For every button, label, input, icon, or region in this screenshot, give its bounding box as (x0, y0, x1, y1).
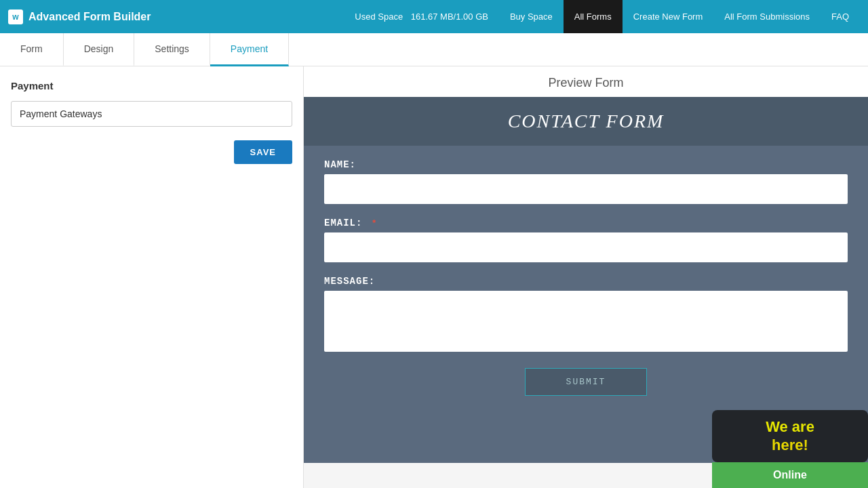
widget-online-bar[interactable]: Online (712, 462, 868, 488)
main-layout: Payment SAVE Preview Form CONTACT FORM N… (0, 66, 868, 488)
tab-form[interactable]: Form (0, 33, 64, 66)
right-panel: Preview Form CONTACT FORM NAME: (304, 66, 868, 488)
field-label-message: MESSAGE: (324, 276, 848, 287)
field-input-name[interactable] (324, 174, 848, 204)
preview-title: Preview Form (304, 66, 868, 97)
widget-bubble-text: We are here! (723, 418, 857, 454)
app-logo-icon: w (8, 9, 23, 24)
field-input-email[interactable] (324, 232, 848, 262)
form-preview: CONTACT FORM NAME: EMAIL: * (304, 97, 868, 463)
used-space-label: Used Space (355, 12, 403, 22)
all-forms-button[interactable]: All Forms (564, 0, 623, 33)
buy-space-button[interactable]: Buy Space (499, 0, 564, 33)
app-logo: w Advanced Form Builder (8, 9, 151, 24)
top-nav: w Advanced Form Builder Used Space 161.6… (0, 0, 868, 33)
form-header-title: CONTACT FORM (317, 110, 854, 132)
preview-wrapper: CONTACT FORM NAME: EMAIL: * (304, 97, 868, 488)
form-header: CONTACT FORM (304, 97, 868, 146)
tab-design[interactable]: Design (64, 33, 135, 66)
used-space-info: Used Space 161.67 MB/1.00 GB (355, 12, 488, 22)
create-new-form-button[interactable]: Create New Form (623, 0, 714, 33)
form-body: NAME: EMAIL: * (317, 146, 854, 396)
field-input-message[interactable] (324, 291, 848, 352)
tab-settings[interactable]: Settings (134, 33, 210, 66)
sub-nav: Form Design Settings Payment (0, 33, 868, 66)
save-button[interactable]: SAVE (234, 140, 292, 164)
form-submit-row: SUBMIT (324, 368, 848, 396)
widget-bubble: We are here! (712, 410, 868, 462)
faq-button[interactable]: FAQ (821, 0, 860, 33)
left-panel: Payment SAVE (0, 66, 304, 488)
used-space-value: 161.67 MB/1.00 GB (411, 12, 488, 22)
app-title: Advanced Form Builder (28, 11, 151, 23)
tab-payment[interactable]: Payment (210, 33, 289, 66)
field-label-name: NAME: (324, 159, 848, 170)
required-indicator-email: * (372, 218, 378, 228)
field-group-name: NAME: (324, 159, 848, 204)
we-are-here-widget: We are here! Online (712, 410, 868, 488)
field-group-message: MESSAGE: (324, 276, 848, 354)
submit-button[interactable]: SUBMIT (525, 368, 648, 396)
field-group-email: EMAIL: * (324, 218, 848, 262)
panel-section-title: Payment (11, 80, 292, 92)
payment-gateways-input[interactable] (11, 101, 292, 127)
field-label-email: EMAIL: * (324, 218, 848, 228)
all-form-submissions-button[interactable]: All Form Submissions (713, 0, 821, 33)
